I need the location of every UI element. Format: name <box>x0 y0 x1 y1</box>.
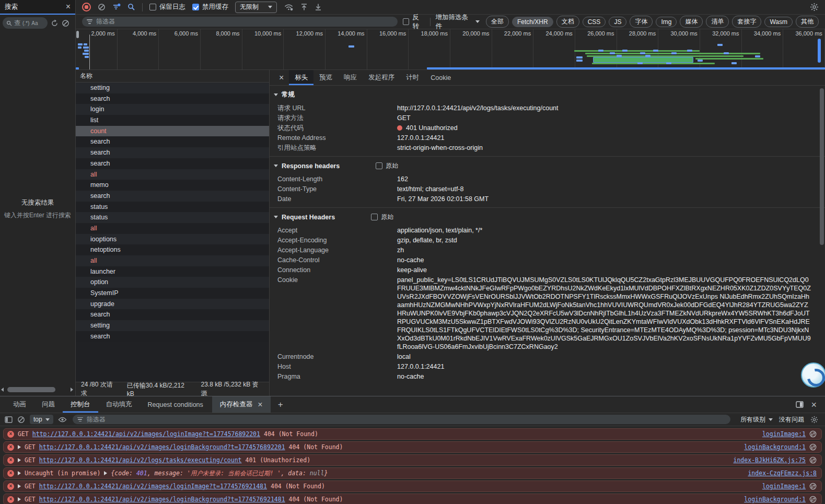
tab-initiator[interactable]: 发起程序 <box>363 70 400 85</box>
source-location-link[interactable]: loginImage:1 <box>762 430 806 438</box>
console-sidebar-icon[interactable] <box>5 416 13 423</box>
console-error-row[interactable]: × GET http://127.0.0.1:24421/api/v2/imag… <box>3 494 822 504</box>
tab-headers[interactable]: 标头 <box>289 70 313 85</box>
more-filters-dropdown[interactable]: 增加筛选条件 <box>435 13 480 31</box>
no-issues-label[interactable]: 没有问题 <box>779 415 804 424</box>
tab-memory-inspector[interactable]: 内存检查器 × <box>212 396 271 413</box>
scroll-left-icon[interactable] <box>1 388 4 392</box>
table-row[interactable]: SystemIP <box>76 288 269 299</box>
raw-response-checkbox[interactable]: 原始 <box>376 161 398 170</box>
table-row[interactable]: memo <box>76 180 269 191</box>
open-in-network-icon[interactable] <box>809 456 817 464</box>
console-error-row[interactable]: × GET http://127.0.0.1:24421/api/v2/imag… <box>3 428 822 440</box>
scroll-right-icon[interactable] <box>71 388 73 392</box>
chip-font[interactable]: 字体 <box>630 16 653 28</box>
expand-triangle-icon[interactable] <box>18 458 21 462</box>
table-row[interactable]: all <box>76 169 269 180</box>
tab-cookies[interactable]: Cookie <box>425 70 457 85</box>
request-headers-section-header[interactable]: Request Headers 原始 <box>270 208 825 225</box>
general-section-header[interactable]: 常规 <box>270 86 825 103</box>
tab-animations[interactable]: 动画 <box>5 396 34 413</box>
settings-gear-icon[interactable] <box>810 3 819 11</box>
chip-js[interactable]: JS <box>609 17 626 27</box>
regex-toggle[interactable]: (.*) <box>22 20 29 26</box>
open-in-network-icon[interactable] <box>809 496 817 503</box>
table-row[interactable]: option <box>76 277 269 288</box>
table-row[interactable]: search <box>76 191 269 202</box>
tab-response[interactable]: 响应 <box>338 70 363 85</box>
expand-triangle-icon[interactable] <box>18 484 21 488</box>
clear-search-icon[interactable] <box>62 19 69 27</box>
table-row[interactable]: search <box>76 147 269 158</box>
table-row[interactable]: login <box>76 104 269 115</box>
scrollbar-thumb[interactable] <box>7 387 55 392</box>
tab-issues[interactable]: 问题 <box>34 396 63 413</box>
log-levels-dropdown[interactable]: 所有级别 <box>740 415 773 424</box>
search-input[interactable]: 查 (.*) Aa <box>3 17 48 29</box>
tab-preview[interactable]: 预览 <box>313 70 338 85</box>
preserve-log-checkbox[interactable]: 保留日志 <box>149 3 185 11</box>
table-row[interactable]: upgrade <box>76 299 269 310</box>
match-case-toggle[interactable]: Aa <box>31 20 38 26</box>
name-column-header[interactable]: 名称 <box>76 70 269 83</box>
disable-cache-checkbox[interactable]: 禁用缓存 <box>192 3 228 11</box>
chip-doc[interactable]: 文档 <box>556 16 579 28</box>
search-network-icon[interactable] <box>127 3 135 11</box>
close-search-panel-icon[interactable]: × <box>66 3 71 11</box>
raw-request-checkbox[interactable]: 原始 <box>371 213 393 221</box>
source-location-link[interactable]: index-CzqFEmzz.js:8 <box>748 470 817 477</box>
vertical-scrollbar[interactable] <box>819 86 824 395</box>
tab-request-conditions[interactable]: Request conditions <box>140 396 211 413</box>
floating-browser-badge[interactable] <box>801 362 825 388</box>
table-row[interactable]: search <box>76 331 269 342</box>
source-location-link[interactable]: loginImage:1 <box>762 483 806 490</box>
expand-triangle-icon[interactable] <box>18 471 21 475</box>
scrollbar-track[interactable] <box>5 387 69 392</box>
open-in-network-icon[interactable] <box>809 443 817 451</box>
console-error-row[interactable]: × GET http://127.0.0.1:24421/api/v2/logs… <box>3 454 822 466</box>
table-row[interactable]: all <box>76 223 269 234</box>
add-tab-button[interactable]: + <box>272 396 289 413</box>
chip-img[interactable]: Img <box>656 17 677 27</box>
expand-triangle-icon[interactable] <box>18 445 21 449</box>
console-error-row[interactable]: × GET http://127.0.0.1:24421/api/v2/imag… <box>3 441 822 453</box>
table-row[interactable]: search <box>76 158 269 169</box>
export-har-icon[interactable] <box>315 3 322 11</box>
invert-filter-checkbox[interactable]: 反转 <box>403 13 424 31</box>
expand-triangle-icon[interactable] <box>18 497 21 501</box>
chip-wasm[interactable]: Wasm <box>764 17 793 27</box>
table-row[interactable]: netoptions <box>76 244 269 255</box>
request-url-link[interactable]: http://127.0.0.1:24421/api/v2/images/log… <box>32 430 260 438</box>
chip-fetch-xhr[interactable]: Fetch/XHR <box>512 17 553 27</box>
live-expression-eye-icon[interactable] <box>58 417 67 423</box>
request-url-link[interactable]: http://127.0.0.1:24421/api/v2/images/log… <box>39 496 285 503</box>
scrollbar-thumb[interactable] <box>820 88 824 245</box>
open-in-network-icon[interactable] <box>809 430 817 438</box>
table-row[interactable]: list <box>76 115 269 126</box>
context-selector[interactable]: top <box>30 415 53 424</box>
console-error-row[interactable]: × GET http://127.0.0.1:24421/api/v2/imag… <box>3 480 822 492</box>
close-tab-icon[interactable]: × <box>258 401 262 409</box>
table-row[interactable]: setting <box>76 83 269 93</box>
close-drawer-icon[interactable]: × <box>811 400 817 409</box>
network-overview-timeline[interactable]: 2,000 ms 4,000 ms 6,000 ms 8,000 ms 10,0… <box>76 29 825 70</box>
source-location-link[interactable]: loginBackground:1 <box>744 496 806 503</box>
table-row[interactable]: all <box>76 255 269 266</box>
table-row[interactable]: search <box>76 309 269 320</box>
overview-grip[interactable] <box>818 39 821 63</box>
network-conditions-icon[interactable] <box>284 3 294 11</box>
table-row[interactable]: launcher <box>76 266 269 277</box>
table-row[interactable]: setting <box>76 320 269 331</box>
open-in-network-icon[interactable] <box>809 483 817 490</box>
network-filter-icon[interactable] <box>112 3 121 11</box>
network-filter-input[interactable]: 筛选器 <box>82 17 398 27</box>
throttling-select[interactable]: 无限制 <box>235 2 277 13</box>
source-location-link[interactable]: loginBackground:1 <box>744 443 806 451</box>
request-url-link[interactable]: http://127.0.0.1:24421/api/v2/logs/tasks… <box>39 456 242 464</box>
table-row[interactable]: search <box>76 136 269 147</box>
tab-timing[interactable]: 计时 <box>400 70 425 85</box>
expand-triangle-icon[interactable] <box>104 471 107 475</box>
chip-other[interactable]: 其他 <box>796 16 819 28</box>
dock-side-icon[interactable] <box>796 401 804 408</box>
request-url-link[interactable]: http://127.0.0.1:24421/api/v2/images/log… <box>39 443 285 451</box>
